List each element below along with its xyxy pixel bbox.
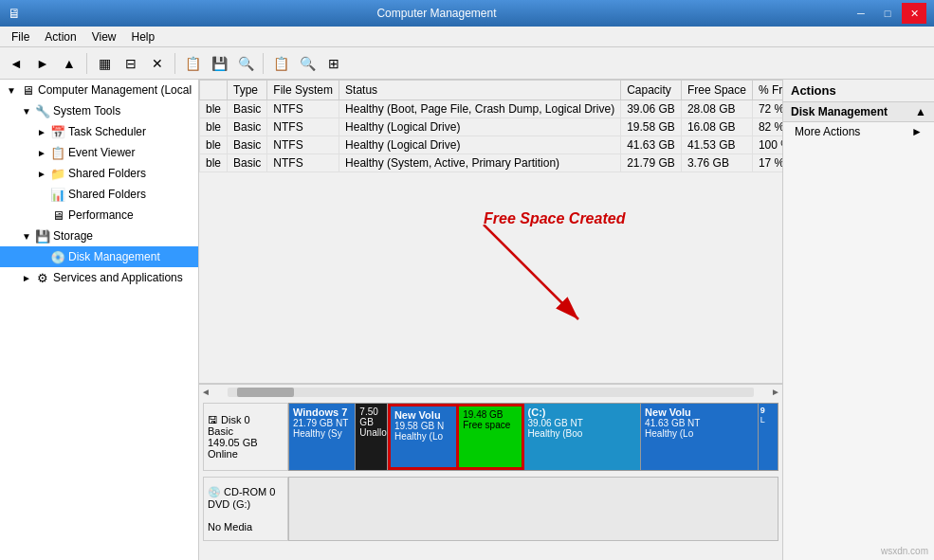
sidebar-item-device-manager[interactable]: 🖥 Performance: [0, 205, 198, 226]
sidebar-item-storage[interactable]: ▼ 💾 Storage: [0, 226, 198, 246]
storage-icon: 💾: [34, 227, 51, 244]
scroll-track[interactable]: [228, 388, 754, 397]
menu-view[interactable]: View: [84, 28, 124, 45]
performance-icon: 📊: [49, 186, 66, 203]
main-container: ▼ 🖥 Computer Management (Local ▼ 🔧 Syste…: [0, 80, 934, 560]
expander-system-tools[interactable]: ▼: [19, 103, 34, 118]
col-header-type[interactable]: Type: [228, 81, 267, 100]
expander-root[interactable]: ▼: [4, 82, 19, 98]
sidebar-item-task-scheduler[interactable]: ► 📅 Task Scheduler: [0, 121, 198, 142]
disk0-label: 🖫 Disk 0 Basic 149.05 GB Online: [203, 403, 288, 471]
col-header-capacity[interactable]: Capacity: [621, 81, 682, 100]
horizontal-scrollbar[interactable]: ◄ ►: [199, 384, 782, 399]
sidebar-label-event-viewer: Event Viewer: [68, 146, 135, 159]
col-header-status[interactable]: Status: [339, 81, 621, 100]
partition-newvol2-name: New Volu: [645, 406, 754, 418]
disk-management-icon: 💿: [49, 248, 66, 265]
partition-win7-name: Windows 7: [293, 406, 351, 418]
expander-event-viewer[interactable]: ►: [34, 145, 49, 160]
cell-pct-0: 72 %: [752, 100, 782, 118]
sidebar: ▼ 🖥 Computer Management (Local ▼ 🔧 Syste…: [0, 80, 199, 560]
actions-section-disk-mgmt[interactable]: Disk Management ▲: [783, 102, 934, 122]
export-button[interactable]: 🔍: [233, 51, 258, 76]
cell-status-0: Healthy (Boot, Page File, Crash Dump, Lo…: [339, 100, 621, 118]
sidebar-item-services[interactable]: ► ⚙ Services and Applications: [0, 267, 198, 288]
sidebar-item-system-tools[interactable]: ▼ 🔧 System Tools: [0, 100, 198, 121]
cell-fs-2: NTFS: [267, 136, 339, 154]
cell-status-2: Healthy (Logical Drive): [339, 136, 621, 154]
cell-col1-0: ble: [200, 100, 228, 118]
close-button[interactable]: ✕: [902, 3, 926, 24]
cell-pct-3: 17 %: [752, 154, 782, 172]
expander-storage[interactable]: ▼: [19, 228, 34, 244]
scroll-right-btn[interactable]: ►: [769, 387, 782, 397]
partition-newvol2[interactable]: New Volu 41.63 GB NT Healthy (Lo: [641, 404, 759, 470]
table-row[interactable]: ble Basic NTFS Healthy (Boot, Page File,…: [200, 100, 783, 118]
sidebar-item-performance[interactable]: 📊 Shared Folders: [0, 184, 198, 205]
expander-disk-management: [34, 249, 49, 264]
table-row[interactable]: ble Basic NTFS Healthy (Logical Drive) 1…: [200, 118, 783, 136]
actions-more-arrow: ►: [911, 125, 923, 138]
refresh-button[interactable]: 💾: [207, 51, 231, 76]
partition-newvol2-status: Healthy (Lo: [645, 428, 754, 439]
forward-button[interactable]: ►: [30, 51, 55, 76]
menu-file[interactable]: File: [4, 28, 37, 45]
partition-newvol1-status: Healthy (Lo: [394, 431, 452, 442]
title-bar: 🖥 Computer Management ─ □ ✕: [0, 0, 934, 27]
menu-action[interactable]: Action: [37, 28, 83, 45]
partition-newvol1[interactable]: New Volu 19.58 GB N Healthy (Lo: [388, 404, 459, 470]
sidebar-item-disk-management[interactable]: 💿 Disk Management: [0, 246, 198, 267]
expander-device-manager: [34, 208, 49, 223]
cell-type-1: Basic: [228, 118, 267, 136]
partition-freespace[interactable]: 19.48 GB Free space: [459, 404, 523, 470]
col-header-1[interactable]: [200, 81, 228, 100]
partition-free-status: Free space: [463, 420, 517, 430]
sidebar-label-device-manager: Performance: [68, 208, 134, 222]
cell-free-0: 28.08 GB: [681, 100, 752, 118]
cell-status-3: Healthy (System, Active, Primary Partiti…: [339, 154, 621, 172]
cell-col1-2: ble: [200, 136, 228, 154]
toolbar-separator-3: [263, 53, 264, 74]
system-tools-icon: 🔧: [34, 102, 51, 119]
actions-section-label: Disk Management: [791, 105, 888, 118]
col-header-free[interactable]: Free Space: [681, 81, 752, 100]
task-scheduler-icon: 📅: [49, 123, 66, 140]
actions-item-more[interactable]: More Actions ►: [783, 122, 934, 141]
partition-win7-size: 21.79 GB NT: [293, 418, 351, 428]
disk-table: Type File System Status Capacity Free Sp…: [199, 80, 782, 172]
scroll-thumb[interactable]: [237, 388, 294, 397]
minimize-button[interactable]: ─: [849, 3, 873, 24]
cell-free-3: 3.76 GB: [681, 154, 752, 172]
table-row[interactable]: ble Basic NTFS Healthy (System, Active, …: [200, 154, 783, 172]
sidebar-item-shared-folders[interactable]: ► 📁 Shared Folders: [0, 163, 198, 184]
sidebar-label-storage: Storage: [53, 229, 93, 243]
search-button[interactable]: 🔍: [295, 51, 320, 76]
new-button[interactable]: 📋: [180, 51, 205, 76]
expander-shared-folders[interactable]: ►: [34, 166, 49, 181]
partition-c-size: 39.06 GB NT: [528, 418, 637, 428]
back-button[interactable]: ◄: [4, 51, 28, 76]
col-header-fs[interactable]: File System: [267, 81, 339, 100]
col-header-pct[interactable]: % Free: [752, 81, 782, 100]
menu-help[interactable]: Help: [124, 28, 163, 45]
cell-pct-2: 100 %: [752, 136, 782, 154]
properties-button[interactable]: ⊟: [119, 51, 143, 76]
partition-win7[interactable]: Windows 7 21.79 GB NT Healthy (Sy: [289, 404, 356, 470]
maximize-button[interactable]: □: [875, 3, 900, 24]
delete-button[interactable]: ✕: [145, 51, 170, 76]
sidebar-item-event-viewer[interactable]: ► 📋 Event Viewer: [0, 142, 198, 163]
partition-c[interactable]: (C:) 39.06 GB NT Healthy (Boo: [524, 404, 642, 470]
scroll-left-btn[interactable]: ◄: [199, 387, 212, 397]
table-row[interactable]: ble Basic NTFS Healthy (Logical Drive) 4…: [200, 136, 783, 154]
extra-button[interactable]: ⊞: [321, 51, 346, 76]
help-button[interactable]: 📋: [268, 51, 293, 76]
expander-performance: [34, 187, 49, 202]
show-hide-button[interactable]: ▦: [92, 51, 117, 76]
sidebar-item-root[interactable]: ▼ 🖥 Computer Management (Local: [0, 80, 198, 100]
partition-unallocated[interactable]: 7.50 GB Unallocate: [356, 404, 388, 470]
partition-table[interactable]: Type File System Status Capacity Free Sp…: [199, 80, 782, 384]
up-button[interactable]: ▲: [57, 51, 82, 76]
expander-task-scheduler[interactable]: ►: [34, 124, 49, 139]
expander-services[interactable]: ►: [19, 270, 34, 285]
partition-small[interactable]: 9 L: [759, 404, 778, 470]
